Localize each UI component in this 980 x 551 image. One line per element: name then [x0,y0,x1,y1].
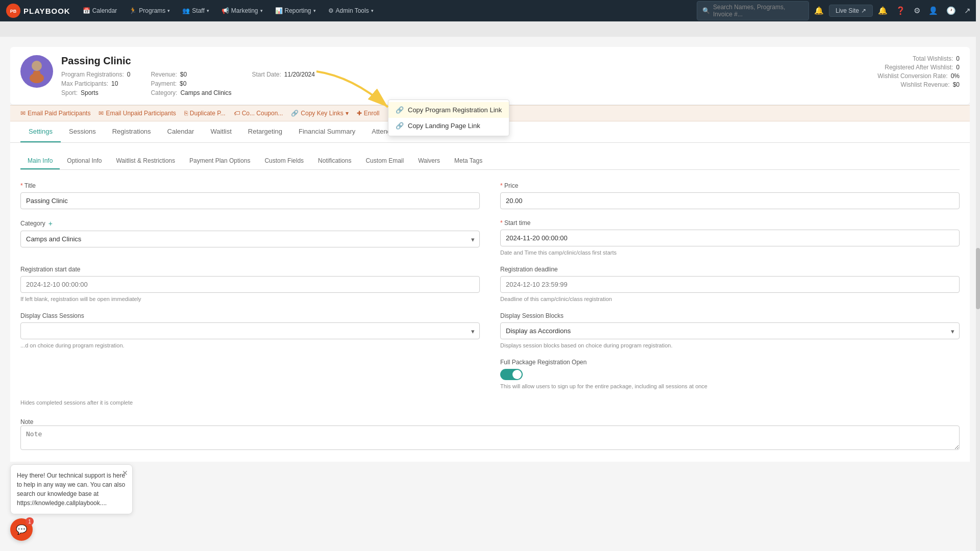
reg-deadline-group: Registration deadline Deadline of this c… [500,266,960,302]
nav-calendar[interactable]: 📅 Calendar [78,0,122,21]
sub-tab-optional-info[interactable]: Optional Info [60,153,109,169]
program-stats: Total Wishlists: 0 Registered After Wish… [877,55,960,88]
chat-icon: 💬 [16,524,27,535]
logo-text: PLAYBOOK [23,7,70,15]
alerts-icon: 🔔 [811,6,827,15]
search-placeholder: Search Names, Programs, Invoice #... [713,4,803,18]
price-group: * Price [500,182,960,209]
svg-text:PB: PB [10,9,17,14]
sub-tab-payment-plan[interactable]: Payment Plan Options [182,153,257,169]
nav-reporting[interactable]: 📊 Reporting ▾ [270,0,321,21]
breadcrumb-strip [0,21,980,37]
display-sessions-group: Display Class Sessions ...d on choice du… [20,312,480,348]
sub-tab-waivers[interactable]: Waivers [411,153,447,169]
tab-calendar[interactable]: Calendar [159,121,203,142]
svg-point-2 [32,61,42,71]
email-unpaid-link[interactable]: ✉ Email Unpaid Participants [99,110,176,117]
sub-tab-meta-tags[interactable]: Meta Tags [447,153,489,169]
reg-start-date-input[interactable] [20,276,480,293]
reg-start-date-label: Registration start date [20,266,480,273]
search-box[interactable]: 🔍 Search Names, Programs, Invoice #... [697,1,809,20]
settings-icon[interactable]: ⚙ [911,6,923,15]
notification-icon[interactable]: 🔔 [875,6,891,15]
svg-rect-4 [33,71,40,78]
reg-deadline-input[interactable] [500,276,960,293]
display-sessions-select[interactable] [20,322,480,339]
display-blocks-select[interactable]: Display as Accordions [500,322,960,339]
copy-key-links-button[interactable]: 🔗 Copy Key Links ▾ [291,110,348,117]
enroll-icon: ✚ [357,110,362,117]
full-package-toggle-container [500,369,960,380]
display-sessions-hint: ...d on choice during program registrati… [20,342,480,348]
email-unpaid-icon: ✉ [99,110,104,117]
copy-program-registration-link-item[interactable]: 🔗 Copy Program Registration Link [388,102,509,118]
dropdown-arrow: ▾ [346,110,349,117]
tab-waitlist[interactable]: Waitlist [202,121,239,142]
copy-coupon-link[interactable]: 🏷 Co... Coupon... [234,110,283,117]
add-category-icon[interactable]: + [48,219,53,228]
duplicate-icon: ⎘ [184,110,188,117]
nav-marketing[interactable]: 📢 Marketing ▾ [216,0,268,21]
nav-programs[interactable]: 🏃 Programs ▾ [124,0,175,21]
hide-completed-hint: Hides completed sessions after it is com… [20,399,480,406]
logout-icon[interactable]: ↗ [961,6,974,15]
title-group: * Title [20,182,480,209]
program-header: Passing Clinic Program Registrations: 0 … [10,47,970,462]
display-blocks-hint: Displays session blocks based on choice … [500,342,960,348]
avatar [20,55,53,88]
history-icon[interactable]: 🕐 [943,6,959,15]
tab-retargeting[interactable]: Retargeting [240,121,290,142]
enroll-link[interactable]: ✚ Enroll [357,110,380,117]
display-blocks-group: Display Session Blocks Display as Accord… [500,312,960,348]
logo[interactable]: PB PLAYBOOK [6,4,70,18]
staff-icon: 👥 [182,7,190,14]
note-label: Note [20,418,33,425]
sub-tab-custom-email[interactable]: Custom Email [358,153,411,169]
copy-key-links-dropdown: 🔗 Copy Program Registration Link 🔗 Copy … [388,99,509,136]
sub-tab-waitlist-restrictions[interactable]: Waitlist & Restrictions [109,153,182,169]
chat-widget: ✕ Hey there! Our technical support is he… [10,464,133,541]
title-label: * Title [20,182,480,189]
start-time-label: * Start time [500,219,960,227]
full-package-toggle[interactable] [500,369,523,380]
category-group: Category + Camps and Clinics [20,219,480,256]
chat-close-button[interactable]: ✕ [122,468,128,479]
sub-tab-notifications[interactable]: Notifications [311,153,358,169]
copy-landing-page-link-item[interactable]: 🔗 Copy Landing Page Link [388,118,509,134]
program-info: Passing Clinic Program Registrations: 0 … [61,55,869,96]
scrollbar[interactable] [976,0,980,551]
title-input[interactable] [20,192,480,209]
full-package-group: Full Package Registration Open This will… [500,359,960,389]
scrollbar-thumb[interactable] [976,248,980,309]
tab-financial-summary[interactable]: Financial Summary [290,121,363,142]
nav-admin-tools[interactable]: ⚙ Admin Tools ▾ [323,0,379,21]
staff-arrow: ▾ [207,8,209,13]
reg-deadline-label: Registration deadline [500,266,960,273]
sub-tab-custom-fields[interactable]: Custom Fields [257,153,311,169]
display-blocks-label: Display Session Blocks [500,312,960,319]
price-input[interactable] [500,192,960,209]
full-package-label: Full Package Registration Open [500,359,960,366]
category-label: Category [20,220,45,227]
toggle-knob [512,370,522,379]
chat-button[interactable]: 💬 1 [10,518,33,541]
category-select[interactable]: Camps and Clinics [20,231,480,247]
user-icon[interactable]: 👤 [925,6,941,15]
tab-settings[interactable]: Settings [20,121,61,142]
tab-registrations[interactable]: Registrations [104,121,159,142]
display-blocks-select-wrapper: Display as Accordions [500,322,960,339]
main-form: * Title * Price [20,182,960,406]
sub-tab-main-info[interactable]: Main Info [20,153,60,169]
nav-staff[interactable]: 👥 Staff ▾ [177,0,214,21]
copy-landing-icon: 🔗 [396,122,404,130]
duplicate-link[interactable]: ⎘ Duplicate P... [184,110,226,117]
program-title: Passing Clinic [61,55,869,67]
email-paid-link[interactable]: ✉ Email Paid Participants [20,110,90,117]
help-icon[interactable]: ❓ [893,6,909,15]
tab-sessions[interactable]: Sessions [61,121,104,142]
live-site-button[interactable]: Live Site ↗ [829,5,873,17]
note-textarea[interactable] [20,425,960,450]
reporting-arrow: ▾ [313,8,316,13]
price-label: * Price [500,182,960,189]
start-time-input[interactable] [500,230,960,246]
